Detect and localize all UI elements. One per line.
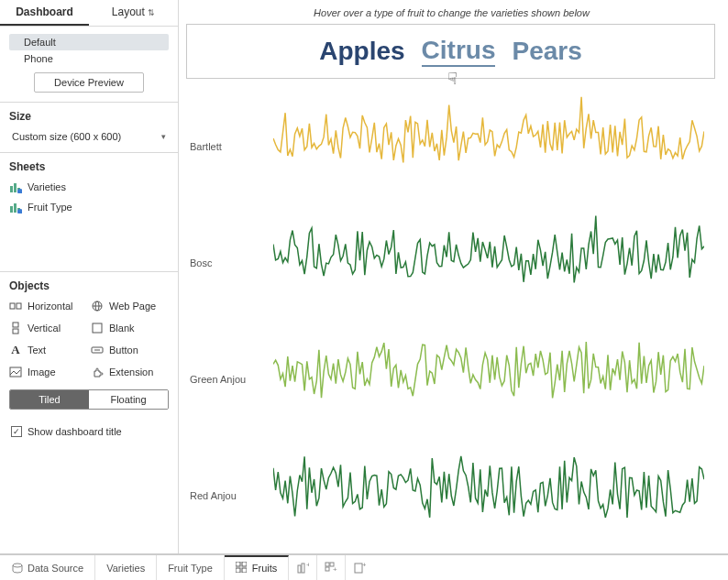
sparkline[interactable]: [273, 204, 717, 321]
data-source-icon: [11, 562, 24, 575]
tiled-button[interactable]: Tiled: [10, 390, 89, 409]
svg-rect-20: [236, 562, 240, 566]
new-sheet-icon: +: [296, 562, 309, 575]
tab-varieties[interactable]: Varieties: [95, 555, 157, 580]
tab-fruits[interactable]: Fruits: [225, 555, 290, 580]
svg-text:+: +: [306, 562, 309, 569]
text-icon: A: [9, 344, 22, 356]
svg-rect-1: [14, 183, 17, 192]
sheet-varieties[interactable]: Varieties: [9, 179, 169, 195]
object-horizontal[interactable]: Horizontal: [9, 298, 87, 314]
svg-rect-21: [242, 562, 247, 566]
sparkline[interactable]: [273, 437, 717, 553]
size-title: Size: [9, 110, 169, 123]
sparkline[interactable]: [273, 88, 717, 204]
new-worksheet-button[interactable]: +: [289, 555, 317, 580]
svg-rect-15: [93, 323, 102, 333]
size-value: Custom size (600 x 600): [12, 131, 121, 142]
object-image[interactable]: Image: [9, 364, 87, 380]
device-preview-button[interactable]: Device Preview: [34, 72, 144, 93]
object-vertical[interactable]: Vertical: [9, 320, 87, 336]
horizontal-icon: [9, 300, 22, 312]
filter-citrus[interactable]: Citrus: [422, 36, 496, 67]
globe-icon: [91, 300, 104, 312]
size-dropdown[interactable]: Custom size (600 x 600) ▾: [9, 128, 169, 145]
svg-rect-25: [302, 564, 304, 573]
chart-label: Green Anjou: [186, 374, 273, 385]
fruit-type-filter: ApplesCitrusPears: [186, 24, 715, 79]
tab-data-source[interactable]: Data Source: [0, 555, 95, 580]
chevron-icon: ⇅: [148, 8, 155, 17]
button-icon: [91, 344, 104, 356]
svg-rect-24: [298, 565, 301, 573]
bar-chart-icon: [9, 181, 22, 193]
svg-rect-18: [10, 367, 21, 377]
grid-icon: [236, 562, 248, 575]
svg-rect-31: [355, 564, 362, 573]
size-section: Size Custom size (600 x 600) ▾: [0, 103, 178, 153]
show-title-row: ✓ Show dashboard title: [0, 417, 178, 446]
sheet-label: Varieties: [28, 181, 66, 192]
object-webpage[interactable]: Web Page: [91, 298, 169, 314]
filter-apples[interactable]: Apples: [319, 37, 404, 66]
extension-icon: [91, 366, 104, 378]
hint-text: Hover over a type of fruit to change the…: [186, 7, 717, 18]
svg-rect-0: [10, 186, 13, 192]
show-title-label: Show dashboard title: [28, 426, 122, 437]
new-story-button[interactable]: +: [346, 555, 373, 580]
bar-chart-icon: [9, 201, 22, 213]
objects-title: Objects: [9, 279, 169, 292]
image-icon: [9, 366, 22, 378]
svg-rect-9: [17, 303, 21, 309]
chart-row: Green Anjou: [186, 321, 717, 437]
svg-rect-22: [236, 568, 240, 573]
new-dashboard-icon: +: [325, 562, 337, 575]
objects-section: Objects Horizontal Web Page Vertical Bla…: [0, 272, 178, 417]
tab-dashboard[interactable]: Dashboard: [0, 0, 89, 26]
chevron-down-icon: ▾: [161, 132, 166, 141]
chart-label: Bosc: [186, 257, 273, 268]
sheet-label: Fruit Type: [28, 202, 72, 213]
svg-rect-27: [325, 563, 329, 566]
bottom-tab-bar: Data Source Varieties Fruit Type Fruits …: [0, 554, 728, 580]
svg-rect-8: [10, 303, 15, 309]
object-blank[interactable]: Blank: [91, 320, 169, 336]
device-default[interactable]: Default: [9, 34, 169, 50]
dashboard-canvas: Hover over a type of fruit to change the…: [179, 0, 728, 553]
tab-layout[interactable]: Layout ⇅: [89, 0, 178, 26]
sidebar: Dashboard Layout ⇅ Default Phone Device …: [0, 0, 179, 553]
object-extension[interactable]: Extension: [91, 364, 169, 380]
svg-rect-23: [242, 568, 247, 573]
new-story-icon: +: [353, 562, 366, 575]
blank-icon: [91, 322, 104, 334]
svg-point-19: [13, 564, 22, 567]
varieties-chart: BartlettBoscGreen AnjouRed Anjou: [186, 88, 717, 553]
chart-row: Bartlett: [186, 88, 717, 204]
sidebar-tabs: Dashboard Layout ⇅: [0, 0, 178, 27]
filter-pears[interactable]: Pears: [512, 37, 581, 66]
tile-float-toggle: Tiled Floating: [9, 389, 169, 410]
new-dashboard-button[interactable]: +: [317, 555, 346, 580]
sheets-section: Sheets Varieties Fruit Type: [0, 153, 178, 272]
tab-fruit-type[interactable]: Fruit Type: [157, 555, 225, 580]
object-button[interactable]: Button: [91, 342, 169, 358]
svg-text:+: +: [333, 565, 337, 574]
svg-rect-14: [13, 329, 18, 334]
object-text[interactable]: AText: [9, 342, 87, 358]
svg-rect-13: [13, 323, 18, 327]
chart-row: Red Anjou: [186, 437, 717, 553]
sheets-title: Sheets: [9, 160, 169, 173]
svg-rect-4: [10, 206, 13, 213]
floating-button[interactable]: Floating: [89, 390, 168, 409]
svg-rect-29: [325, 567, 329, 571]
device-phone[interactable]: Phone: [9, 50, 169, 67]
sheet-fruit-type[interactable]: Fruit Type: [9, 199, 169, 215]
chart-row: Bosc: [186, 204, 717, 321]
sparkline[interactable]: [273, 321, 717, 437]
chart-label: Bartlett: [186, 141, 273, 152]
svg-rect-5: [14, 203, 17, 213]
svg-text:+: +: [362, 562, 366, 569]
vertical-icon: [9, 322, 22, 334]
device-section: Default Phone Device Preview: [0, 27, 178, 103]
show-title-checkbox[interactable]: ✓: [11, 426, 22, 437]
